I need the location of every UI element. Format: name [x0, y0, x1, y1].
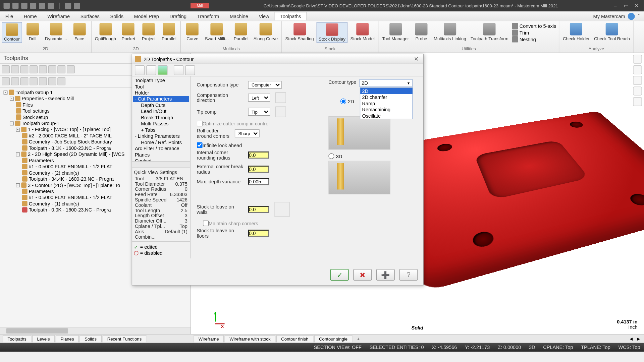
- panel-tool-14[interactable]: [48, 77, 56, 85]
- infinite-look-check[interactable]: [197, 142, 203, 148]
- dialog-tree[interactable]: Toolpath TypeToolHolder- Cut ParametersD…: [132, 76, 190, 161]
- panel-tool-13[interactable]: [39, 77, 47, 85]
- status-cplane[interactable]: CPLANE: Top: [543, 345, 573, 350]
- help-button[interactable]: ?: [399, 269, 418, 281]
- dialog-tree-node[interactable]: Lead In/Out: [133, 108, 189, 114]
- dialog-tree-node[interactable]: Coolant: [133, 158, 189, 162]
- ribbon-drill[interactable]: Drill: [23, 22, 42, 42]
- maximize-button[interactable]: ▭: [623, 3, 629, 8]
- menu-modelprep[interactable]: Model Prep: [129, 12, 164, 20]
- ribbon-dynamic[interactable]: Dynamic ...: [43, 22, 69, 42]
- dialog-tree-node[interactable]: Break Through: [133, 114, 189, 120]
- ribbon-convert5axis[interactable]: Convert to 5-axis: [512, 23, 556, 29]
- panel-tool-10[interactable]: [11, 77, 19, 85]
- menu-machine[interactable]: Machine: [224, 12, 253, 20]
- ok-button[interactable]: ✓: [330, 269, 349, 281]
- dialog-tree-node[interactable]: Home / Ref. Points: [133, 139, 189, 145]
- vp-tool-2[interactable]: [633, 65, 642, 74]
- vp-tool-3[interactable]: [633, 76, 642, 85]
- panel-hscroll[interactable]: [0, 327, 191, 334]
- dlg-tool-saveas[interactable]: [158, 65, 168, 75]
- menu-view[interactable]: View: [254, 12, 275, 20]
- tab-add[interactable]: +: [353, 335, 363, 342]
- menu-solids[interactable]: Solids: [105, 12, 129, 20]
- vp-tool-4[interactable]: [633, 86, 642, 95]
- menu-home[interactable]: Home: [18, 12, 42, 20]
- panel-tool-3[interactable]: [20, 65, 29, 73]
- minimize-button[interactable]: –: [613, 3, 618, 8]
- ribbon-alongcurve[interactable]: Along Curve: [252, 22, 279, 42]
- radio-3d[interactable]: 3D: [328, 153, 417, 159]
- comp-dir-select[interactable]: Left: [248, 94, 270, 102]
- ribbon-pocket[interactable]: Pocket: [119, 22, 138, 42]
- tab-toolpaths[interactable]: Toolpaths: [3, 335, 31, 342]
- panel-tool-15[interactable]: [57, 77, 65, 85]
- dialog-tree-node[interactable]: Toolpath Type: [133, 77, 189, 83]
- ribbon-probe[interactable]: Probe: [412, 22, 431, 42]
- dialog-tree-scroll[interactable]: [132, 161, 190, 167]
- ct-option-ramp[interactable]: Ramp: [360, 100, 413, 106]
- tab-nav-left[interactable]: ◄: [627, 336, 635, 341]
- status-wcs[interactable]: WCS: Top: [618, 345, 640, 350]
- ribbon-checkreach[interactable]: Check Tool Reach: [592, 22, 632, 42]
- add-button[interactable]: ➕: [376, 269, 395, 281]
- comp-type-select[interactable]: Computer: [248, 81, 281, 89]
- tip-comp-select[interactable]: Tip: [248, 108, 270, 116]
- ribbon-project[interactable]: Project: [139, 22, 158, 42]
- maintain-sharp-check[interactable]: [203, 221, 209, 226]
- panel-tool-5[interactable]: [39, 65, 47, 73]
- dlg-tool-save[interactable]: [146, 65, 156, 75]
- ribbon-swarf[interactable]: Swarf Milli...: [203, 22, 230, 42]
- radio-2d[interactable]: 2D: [340, 99, 354, 104]
- new-icon[interactable]: [4, 3, 10, 9]
- ext-radius-input[interactable]: [248, 166, 269, 173]
- dialog-close[interactable]: ✕: [413, 55, 421, 62]
- vp-tool-5[interactable]: [633, 97, 642, 106]
- status-section[interactable]: SECTION VIEW: OFF: [314, 345, 362, 350]
- panel-tool-9[interactable]: [2, 77, 10, 85]
- status-tplane[interactable]: TPLANE: Top: [581, 345, 610, 350]
- tab-solids[interactable]: Solids: [80, 335, 102, 342]
- ribbon-collapse-icon[interactable]: ˅: [638, 13, 640, 19]
- ct-option-2d[interactable]: 2D: [360, 88, 413, 94]
- vp-tool-1[interactable]: [633, 55, 642, 63]
- dialog-titlebar[interactable]: 2D Toolpaths - Contour ✕: [132, 54, 423, 64]
- tab-planes[interactable]: Planes: [56, 335, 79, 342]
- panel-tool-1[interactable]: [2, 65, 10, 73]
- print-icon[interactable]: [30, 3, 36, 9]
- panel-tool-7[interactable]: [57, 65, 65, 73]
- int-radius-input[interactable]: [248, 152, 269, 159]
- redo-icon[interactable]: [74, 3, 80, 9]
- opt-cutter-comp-check[interactable]: [197, 121, 203, 126]
- ribbon-curve[interactable]: Curve: [183, 22, 202, 42]
- tab-contour-finish[interactable]: Contour finish: [276, 335, 313, 342]
- ribbon-toolmgr[interactable]: Tool Manager: [380, 22, 411, 42]
- tab-recent[interactable]: Recent Functions: [102, 335, 147, 342]
- ct-option-remachining[interactable]: Remachining: [360, 107, 413, 113]
- ribbon-stockdisplay[interactable]: Stock Display: [316, 22, 347, 43]
- menu-toolpaths[interactable]: Toolpaths: [274, 12, 307, 20]
- ct-option-oscillate[interactable]: Oscillate: [360, 113, 413, 119]
- panel-tool-2[interactable]: [11, 65, 19, 73]
- contour-type-select[interactable]: 2D▼ 2D 2D chamfer Ramp Remachining Oscil…: [360, 79, 413, 87]
- ribbon-trim[interactable]: Trim: [512, 29, 556, 36]
- ribbon-contour[interactable]: Contour: [2, 22, 22, 43]
- account-label[interactable]: My Mastercam: [593, 13, 625, 19]
- tab-wireframe-stock[interactable]: Wireframe with stock: [225, 335, 275, 342]
- panel-tool-8[interactable]: [67, 65, 75, 73]
- dialog-tree-node[interactable]: Holder: [133, 90, 189, 96]
- ribbon-face[interactable]: Face: [70, 22, 89, 42]
- max-depth-input[interactable]: [248, 178, 269, 185]
- avatar-icon[interactable]: [628, 13, 635, 20]
- dialog-tree-node[interactable]: Tool: [133, 83, 189, 89]
- dialog-tree-node[interactable]: Depth Cuts: [133, 102, 189, 108]
- tab-nav-right[interactable]: ►: [636, 336, 641, 341]
- status-mode[interactable]: 3D: [529, 345, 535, 350]
- cancel-button[interactable]: ✖: [353, 269, 372, 281]
- ribbon-nesting[interactable]: Nesting: [512, 36, 556, 42]
- paste-icon[interactable]: [48, 3, 54, 9]
- stock-floor-input[interactable]: [248, 230, 269, 237]
- ribbon-stockmodel[interactable]: Stock Model: [348, 22, 376, 42]
- panel-tool-12[interactable]: [30, 77, 38, 85]
- dialog-tree-node[interactable]: - Linking Parameters: [133, 133, 189, 139]
